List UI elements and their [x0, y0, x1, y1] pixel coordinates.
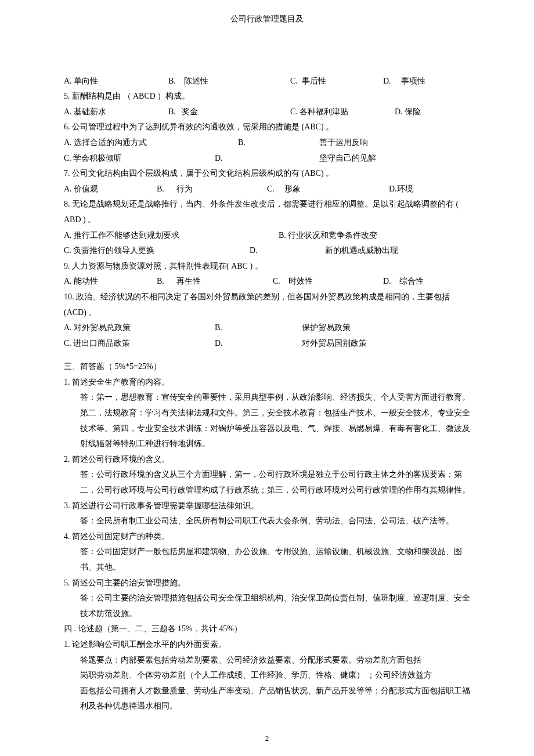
page-number: 2 [64, 732, 470, 746]
q10-opt-c: C. 进出口商品政策 [64, 336, 215, 352]
q6-opt-b-text: 善于运用反响 [319, 135, 368, 151]
q8-opt-d-text: 新的机遇或威胁出现 [325, 243, 398, 259]
s4-q1: 1. 论述影响公司职工酬金水平的内外面要素。 [64, 637, 470, 653]
q5-opt-d: D. 保险 [395, 104, 421, 120]
q10-opt-b-label: B. [215, 320, 302, 336]
q6-opt-d-label: D. [215, 151, 319, 167]
q6-opt-d-text: 坚守自己的见解 [319, 151, 376, 167]
q5-opt-a: A. 基础薪水 [64, 104, 168, 120]
section-4-title: 四 . 论述题（第一、二、三题各 15%，共计 45%） [64, 621, 470, 637]
q9-opt-a: A. 能动性 [64, 274, 157, 290]
q10-opt-d-text: 对外贸易国别政策 [302, 336, 367, 352]
s4-a1-line1: 答题要点：内部要素包括劳动差别要素、公司经济效益要素、分配形式要素。劳动差别方面… [64, 653, 470, 668]
q10-opt-d-label: D. [215, 336, 302, 352]
q5-stem: 5. 薪酬结构是由 （ ABCD ）构成。 [64, 89, 470, 104]
s3-q5: 5. 简述公司主要的治安管理措施。 [64, 576, 470, 591]
s3-a4: 答：公司固定财产一般包括房屋和建筑物、办公设施、专用设施、运输设施、机械设施、文… [64, 544, 470, 575]
q9-opt-d: D. 综合性 [383, 274, 424, 290]
q10-opt-a: A. 对外贸易总政策 [64, 320, 215, 336]
section-3-title: 三、简答题（ 5%*5=25%） [64, 359, 470, 375]
q8-row2: C. 负责推行的领导人更换 D. 新的机遇或威胁出现 [64, 243, 470, 259]
q4-opt-b: B. 陈述性 [168, 74, 290, 89]
q10-stem: 10. 政治、经济状况的不相同决定了各国对外贸易政策的差别，但各国对外贸易政策构… [64, 290, 470, 320]
q8-opt-b: B. 行业状况和竞争条件改变 [279, 228, 377, 244]
q10-opt-b-text: 保护贸易政策 [302, 320, 351, 336]
q8-opt-c: C. 负责推行的领导人更换 [64, 243, 250, 259]
q7-stem: 7. 公司文化结构由四个层级构成，属于公司文化结构层级构成的有 (ABC) 。 [64, 166, 470, 182]
q10-row1: A. 对外贸易总政策 B. 保护贸易政策 [64, 320, 470, 336]
q8-opt-a: A. 推行工作不能够达到规划要求 [64, 228, 279, 244]
q7-opt-a: A. 价值观 [64, 182, 157, 197]
page-title: 公司行政管理题目及 [64, 12, 470, 27]
s3-a1: 答：第一，思想教育：宣传安全的重要性，采用典型事例，从政治影响、经济损失、个人受… [64, 390, 470, 451]
s3-q2: 2. 简述公司行政环境的含义。 [64, 452, 470, 468]
s3-a3: 答：全民所有制工业公司法、全民所有制公司职工代表大会条例、劳动法、合同法、公司法… [64, 513, 470, 529]
q6-opt-b-label: B. [238, 135, 319, 151]
q7-opt-b: B. 行为 [157, 182, 267, 197]
q4-opt-a: A. 单向性 [64, 74, 168, 89]
s3-q1: 1. 简述安全生产教育的内容。 [64, 375, 470, 390]
q4-opt-d: D. 事项性 [383, 74, 425, 89]
q9-opt-b: B. 再生性 [157, 274, 273, 290]
q5-options: A. 基础薪水 B. 奖金 C. 各种福利津贴 D. 保险 [64, 104, 470, 120]
q7-opt-c: C. 形象 [267, 182, 389, 197]
q5-opt-b: B. 奖金 [168, 104, 290, 120]
q8-row1: A. 推行工作不能够达到规划要求 B. 行业状况和竞争条件改变 [64, 228, 470, 244]
q5-opt-c: C. 各种福利津贴 [290, 104, 395, 120]
s3-a5: 答：公司主要的治安管理措施包括公司安全保卫组织机构、治安保卫岗位责任制、值班制度… [64, 591, 470, 621]
q4-opt-c: C. 事后性 [290, 74, 383, 89]
q6-row1: A. 选择合适的沟通方式 B. 善于运用反响 [64, 135, 470, 151]
s3-q3: 3. 简述进行公司行政事务管理需要掌握哪些法律知识。 [64, 498, 470, 514]
s4-a1-line2: 岗职劳动差别、个体劳动差别（个人工作成绩、工作经验、学历、性格、健康） ；公司经… [64, 668, 470, 683]
q8-opt-d-label: D. [250, 243, 325, 259]
q9-opt-c: C. 时效性 [273, 274, 383, 290]
s3-a2: 答：公司行政环境的含义从三个方面理解，第一，公司行政环境是独立于公司行政主体之外… [64, 467, 470, 498]
q8-stem: 8. 无论是战略规划还是战略推行，当内、外条件发生改变后，都需要进行相应的调整。… [64, 197, 470, 227]
s3-q4: 4. 简述公司固定财产的种类。 [64, 529, 470, 545]
q10-row2: C. 进出口商品政策 D. 对外贸易国别政策 [64, 336, 470, 352]
q6-opt-a: A. 选择合适的沟通方式 [64, 135, 238, 151]
q6-opt-c: C. 学会积极倾听 [64, 151, 215, 167]
q6-stem: 6. 公司管理过程中为了达到优异有效的沟通收效，需采用的措施是 (ABC) 。 [64, 120, 470, 135]
q9-options: A. 能动性 B. 再生性 C. 时效性 D. 综合性 [64, 274, 470, 290]
q7-opt-d: D.环境 [389, 182, 413, 197]
s4-a1-line3: 面包括公司拥有人才数量质量、劳动生产率变动、产品销售状况、新产品开发等等；分配形… [64, 683, 470, 714]
q4-options: A. 单向性 B. 陈述性 C. 事后性 D. 事项性 [64, 74, 470, 89]
q9-stem: 9. 人力资源与物质资源对照，其特别性表现在( ABC ) 。 [64, 259, 470, 274]
q7-options: A. 价值观 B. 行为 C. 形象 D.环境 [64, 182, 470, 197]
q6-row2: C. 学会积极倾听 D. 坚守自己的见解 [64, 151, 470, 167]
